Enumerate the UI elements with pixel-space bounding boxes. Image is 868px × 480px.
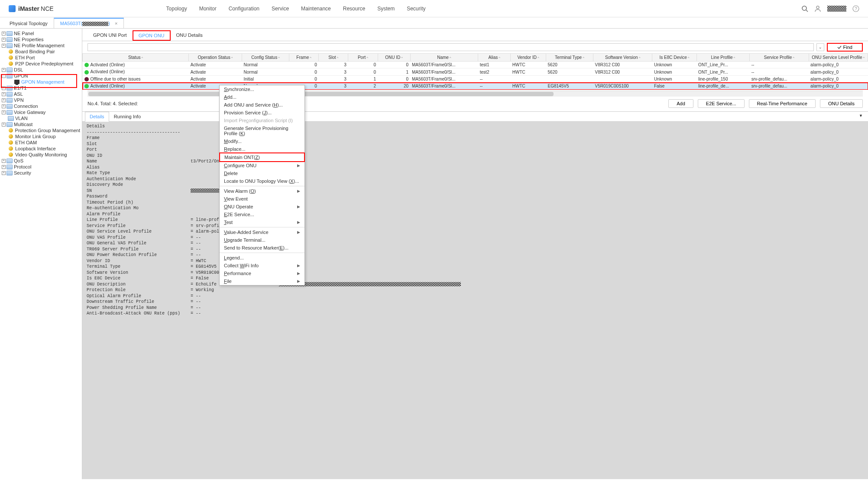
e2e-service--button[interactable]: E2E Service...: [698, 99, 745, 108]
tree-item-dsl[interactable]: +DSL: [0, 67, 82, 73]
tree-toggle-icon[interactable]: +: [2, 165, 6, 169]
tree-item-multicast[interactable]: +Multicast: [0, 121, 82, 127]
col-header[interactable]: Software Version^: [593, 54, 652, 62]
user-icon[interactable]: [814, 5, 821, 12]
menu-item-view-alarm-o-[interactable]: View Alarm (O)▶: [220, 187, 304, 195]
tree-toggle-icon[interactable]: +: [2, 104, 6, 108]
col-header[interactable]: Slot^: [319, 54, 348, 62]
tree-item-loopback-interface[interactable]: Loopback Interface: [0, 146, 82, 152]
menu-item-locate-to-onu-topology-view-x-[interactable]: Locate to ONU Topology View (X)...: [220, 177, 304, 185]
nav-monitor[interactable]: Monitor: [199, 6, 217, 12]
col-header[interactable]: Is E8C Device^: [652, 54, 696, 62]
onu-details-button[interactable]: ONU Details: [820, 99, 863, 108]
sub-tab-onu-details[interactable]: ONU Details: [171, 30, 208, 41]
tree-toggle-icon[interactable]: +: [2, 38, 6, 42]
table-row[interactable]: Activated (Online)ActivateNormal03220MA5…: [83, 83, 868, 90]
collapse-icon[interactable]: ▼: [856, 112, 865, 121]
menu-item-file[interactable]: File▶: [220, 277, 304, 285]
tree-item-board-binding-pair[interactable]: Board Binding Pair: [0, 49, 82, 55]
menu-item-add-[interactable]: Add...: [220, 93, 304, 101]
menu-item-synchronize-[interactable]: Synchronize...: [220, 85, 304, 93]
menu-item-upgrade-terminal-[interactable]: Upgrade Terminal...: [220, 236, 304, 244]
tree-toggle-icon[interactable]: -: [2, 74, 6, 78]
nav-system[interactable]: System: [377, 6, 395, 12]
horizontal-scrollbar[interactable]: [87, 91, 863, 97]
tree-item-protocol[interactable]: +Protocol: [0, 164, 82, 170]
tree-toggle-icon[interactable]: +: [2, 32, 6, 36]
col-header[interactable]: Vendor ID^: [511, 54, 546, 62]
menu-item-test[interactable]: Test▶: [220, 218, 304, 226]
tree-item-asl[interactable]: +ASL: [0, 91, 82, 97]
col-header[interactable]: Port^: [348, 54, 378, 62]
tree-toggle-icon[interactable]: +: [2, 92, 6, 96]
col-header[interactable]: Operation Status^: [189, 54, 242, 62]
col-header[interactable]: Frame^: [289, 54, 319, 62]
add-button[interactable]: Add: [668, 99, 693, 108]
close-icon[interactable]: ×: [115, 21, 117, 26]
menu-item-onu-operate[interactable]: ONU Operate▶: [220, 203, 304, 211]
col-header[interactable]: Name^: [410, 54, 478, 62]
tree-toggle-icon[interactable]: +: [2, 110, 6, 114]
col-header[interactable]: Service Profile^: [750, 54, 809, 62]
tree-item-ne-profile-management[interactable]: +NE Profile Management: [0, 42, 82, 49]
col-header[interactable]: ONU Service Level Profile^: [809, 54, 868, 62]
tree-item-ne-properties[interactable]: +NE Properties: [0, 36, 82, 42]
search-icon[interactable]: [801, 5, 808, 12]
tree-item-ne-panel[interactable]: +NE Panel: [0, 30, 82, 36]
tree-item-e1-t1[interactable]: +E1/T1: [0, 85, 82, 91]
menu-item-modify-[interactable]: Modify...: [220, 137, 304, 145]
tree-item-protection-group-management[interactable]: Protection Group Management: [0, 127, 82, 133]
menu-item-configure-onu[interactable]: Configure ONU▶: [220, 162, 304, 169]
tree-toggle-icon[interactable]: +: [2, 159, 6, 163]
tree-item-gpon[interactable]: -GPON: [0, 73, 82, 79]
menu-item-performance[interactable]: Performance▶: [220, 269, 304, 277]
tree-item-vlan[interactable]: VLAN: [0, 115, 82, 121]
tree-item-video-quality-monitoring[interactable]: Video Quality Monitoring: [0, 152, 82, 158]
tree-item-eth-oam[interactable]: ETH OAM: [0, 139, 82, 146]
menu-item-replace-[interactable]: Replace...: [220, 145, 304, 153]
table-row[interactable]: Activated (Online)ActivateNormal0301MA56…: [83, 68, 868, 75]
col-header[interactable]: Config Status^: [242, 54, 289, 62]
nav-service[interactable]: Service: [272, 6, 289, 12]
sub-tab-gpon-uni-port[interactable]: GPON UNI Port: [87, 30, 133, 41]
menu-item-generate-service-provisioning-profile-k-[interactable]: Generate Service Provisioning Profile (K…: [220, 124, 304, 137]
tree-toggle-icon[interactable]: +: [2, 44, 6, 48]
tree-toggle-icon[interactable]: +: [2, 171, 6, 175]
col-header[interactable]: Line Profile^: [696, 54, 750, 62]
nav-configuration[interactable]: Configuration: [229, 6, 259, 12]
tree-toggle-icon[interactable]: +: [2, 98, 6, 102]
real-time-performance-button[interactable]: Real-Time Performance: [749, 99, 816, 108]
nav-resource[interactable]: Resource: [343, 6, 365, 12]
nav-topology[interactable]: Topology: [166, 6, 187, 12]
tree-item-qos[interactable]: +QoS: [0, 158, 82, 164]
menu-item-legend-[interactable]: Legend...: [220, 254, 304, 262]
tree-item-gpon-management[interactable]: GPON Management: [0, 79, 82, 85]
table-row[interactable]: Offline due to other issuesActivateIniti…: [83, 75, 868, 82]
tree-item-vpn[interactable]: +VPN: [0, 97, 82, 103]
menu-item-collect-wifi-info[interactable]: Collect WiFi Info▶: [220, 262, 304, 269]
menu-item-e2e-service-[interactable]: E2E Service...: [220, 211, 304, 218]
find-button[interactable]: Find: [827, 43, 863, 52]
table-row[interactable]: Activated (Online)ActivateNormal0300MA56…: [83, 62, 868, 68]
nav-maintenance[interactable]: Maintenance: [301, 6, 331, 12]
tree-toggle-icon[interactable]: +: [2, 123, 6, 126]
nav-security[interactable]: Security: [407, 6, 425, 12]
tree-item-voice-gateway[interactable]: +Voice Gateway: [0, 109, 82, 115]
tree-item-security[interactable]: +Security: [0, 170, 82, 176]
menu-item-add-onu-and-service-h-[interactable]: Add ONU and Service (H)...: [220, 101, 304, 109]
menu-item-provision-service-j-[interactable]: Provision Service (J)...: [220, 109, 304, 117]
tab-physical-topology[interactable]: Physical Topology: [3, 19, 54, 28]
detail-tab-details[interactable]: Details: [85, 112, 109, 122]
col-header[interactable]: Alias^: [478, 54, 511, 62]
tree-toggle-icon[interactable]: +: [2, 86, 6, 90]
tree-item-monitor-link-group[interactable]: Monitor Link Group: [0, 133, 82, 139]
tree-item-eth-port[interactable]: ETH Port: [0, 55, 82, 61]
menu-item-view-event[interactable]: View Event: [220, 195, 304, 203]
menu-item-maintain-ont-z-[interactable]: Maintain ONT(Z): [219, 152, 305, 162]
col-header[interactable]: ONU ID^: [378, 54, 410, 62]
search-input[interactable]: [87, 43, 814, 51]
tree-toggle-icon[interactable]: +: [2, 68, 6, 72]
expand-search-icon[interactable]: ⌄: [816, 43, 824, 51]
menu-item-delete[interactable]: Delete: [220, 169, 304, 177]
sub-tab-gpon-onu[interactable]: GPON ONU: [133, 30, 171, 41]
